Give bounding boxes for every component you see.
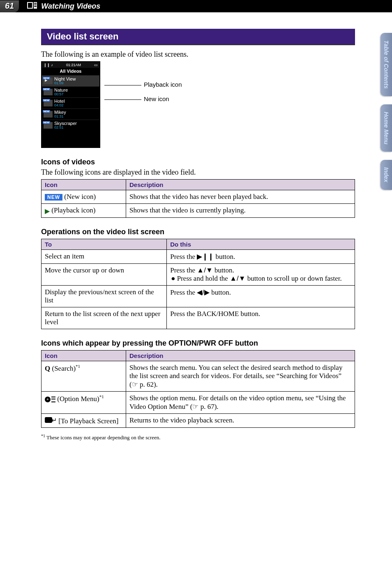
pointer-icon: ☞ bbox=[192, 403, 198, 411]
footnote: *1 These icons may not appear depending … bbox=[41, 434, 355, 441]
page-number: 61 bbox=[0, 0, 19, 12]
operations-heading: Operations on the video list screen bbox=[41, 228, 355, 236]
new-icon: NEW bbox=[45, 194, 62, 201]
svg-rect-3 bbox=[34, 3, 37, 4]
up-down-icon: ▲/▼ bbox=[230, 275, 245, 282]
pointer-icon: ☞ bbox=[132, 381, 138, 388]
list-item: NEW Nature00:57 bbox=[42, 86, 99, 97]
table-row: ↵ [To Playback Screen] Returns to the vi… bbox=[42, 413, 355, 428]
table-row: + (Option Menu)*1 Shows the option menu.… bbox=[42, 391, 355, 413]
list-item: NEW Skyscraper02:51 bbox=[42, 120, 99, 131]
device-screen-preview: ❙❙ ♪ 01:21AM ▭ All Videos NEW▶ Night Vie… bbox=[41, 61, 100, 148]
section-heading-bar: Video list screen bbox=[41, 29, 355, 45]
tab-home-menu[interactable]: Home Menu bbox=[380, 104, 392, 152]
th-do: Do this bbox=[167, 239, 355, 249]
play-pause-icon: ▶❙❙ bbox=[197, 253, 214, 261]
th-to: To bbox=[42, 239, 167, 249]
video-header-icon bbox=[27, 2, 37, 10]
table-row: Q (Search)*1 Shows the search menu. You … bbox=[42, 361, 355, 391]
status-left-icons: ❙❙ ♪ bbox=[44, 63, 53, 67]
table-row: NEW (New icon) Shows that the video has … bbox=[42, 190, 355, 203]
svg-rect-1 bbox=[28, 3, 32, 8]
th-icon: Icon bbox=[42, 179, 126, 190]
to-playback-icon: ↵ bbox=[45, 416, 57, 424]
callout-playback: Playback icon bbox=[104, 81, 182, 88]
th-desc: Description bbox=[126, 179, 355, 190]
list-item: NEW Hotel04:02 bbox=[42, 97, 99, 108]
option-icons-heading: Icons which appear by pressing the OPTIO… bbox=[41, 339, 355, 348]
operations-table: To Do this Select an item Press the ▶❙❙ … bbox=[41, 239, 355, 329]
table-row: Display the previous/next screen of the … bbox=[42, 285, 355, 307]
th-icon: Icon bbox=[42, 350, 126, 361]
list-item: NEW▶ Night View01:09 bbox=[42, 75, 99, 86]
tab-table-of-contents[interactable]: Table of Contents bbox=[380, 33, 392, 96]
intro-text: The following is an example of video lis… bbox=[41, 50, 355, 59]
status-time: 01:21AM bbox=[66, 63, 81, 67]
icons-intro: The following icons are displayed in the… bbox=[41, 168, 355, 177]
th-desc: Description bbox=[126, 350, 355, 361]
svg-rect-5 bbox=[34, 6, 37, 7]
table-row: Select an item Press the ▶❙❙ button. bbox=[42, 249, 355, 263]
callout-new: New icon bbox=[104, 95, 182, 102]
playback-icon: ▶ bbox=[45, 207, 50, 215]
icons-heading: Icons of videos bbox=[41, 158, 355, 166]
top-bar: 61 Watching Videos bbox=[0, 0, 392, 12]
status-battery-icon: ▭ bbox=[94, 63, 98, 67]
svg-rect-4 bbox=[34, 5, 37, 5]
search-icon: Q bbox=[45, 364, 50, 372]
table-row: ▶ (Playback icon) Shows that the video i… bbox=[42, 203, 355, 217]
header-title: Watching Videos bbox=[41, 2, 100, 11]
table-row: Move the cursor up or down Press the ▲/▼… bbox=[42, 263, 355, 285]
icons-table: Icon Description NEW (New icon) Shows th… bbox=[41, 179, 355, 218]
device-screen-title: All Videos bbox=[42, 68, 99, 75]
tab-index[interactable]: Index bbox=[380, 160, 392, 190]
option-icons-table: Icon Description Q (Search)*1 Shows the … bbox=[41, 350, 355, 428]
up-down-icon: ▲/▼ bbox=[197, 266, 212, 274]
option-menu-icon: + bbox=[45, 397, 55, 402]
list-item: NEW Mikey01:31 bbox=[42, 108, 99, 120]
left-right-icon: ◀/▶ bbox=[197, 288, 210, 296]
table-row: Return to the list screen of the next up… bbox=[42, 307, 355, 329]
